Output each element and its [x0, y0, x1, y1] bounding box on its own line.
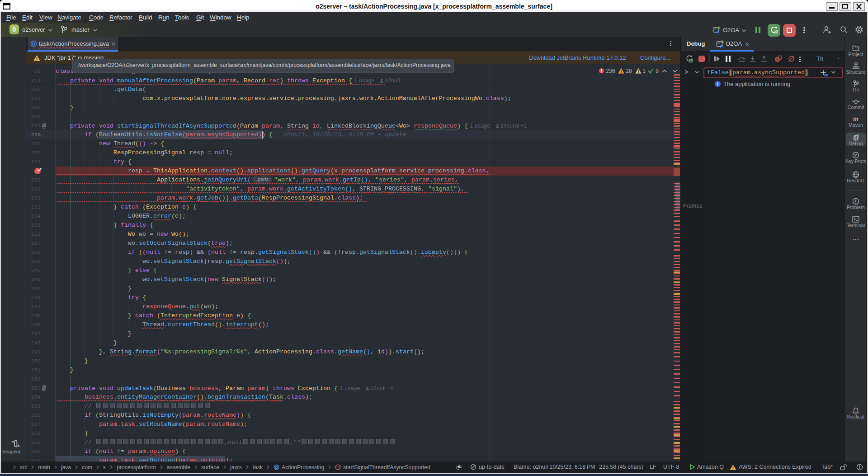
svg-text:C: C: [32, 41, 35, 46]
svg-text:m: m: [336, 465, 340, 469]
svg-text:C: C: [275, 465, 278, 470]
